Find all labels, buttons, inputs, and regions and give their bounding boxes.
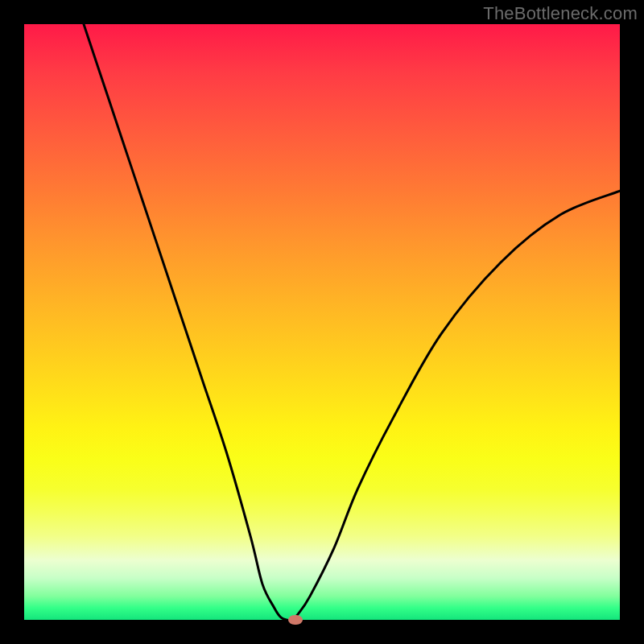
watermark-text: TheBottleneck.com	[483, 3, 638, 24]
optimal-point-marker	[288, 615, 303, 625]
bottleneck-curve-path	[84, 24, 620, 620]
chart-frame: TheBottleneck.com	[0, 0, 644, 644]
plot-area	[24, 24, 620, 620]
curve-svg	[24, 24, 620, 620]
